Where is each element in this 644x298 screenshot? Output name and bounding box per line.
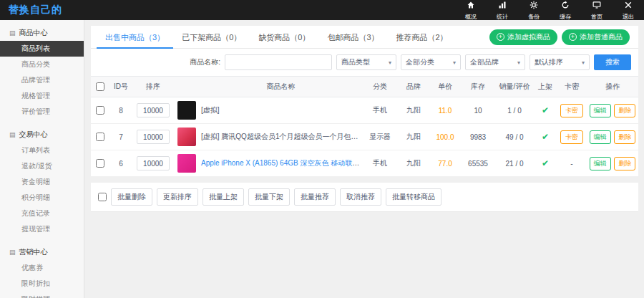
main-content: 出售中商品（3） 已下架商品（0） 缺货商品（0） 包邮商品（3） 推荐商品（2… <box>85 20 644 298</box>
goods-type-select[interactable]: 商品类型 ▾ <box>336 54 396 70</box>
sort-input[interactable] <box>137 130 170 144</box>
table-row: 8 [虚拟] 手机 九阳 11.0 10 1 / 0 ✔ 卡密 编辑 删除 <box>91 97 638 124</box>
tab-offshelf[interactable]: 已下架商品（0） <box>173 26 250 49</box>
tab-onsale[interactable]: 出售中商品（3） <box>97 26 173 49</box>
sidebar-item-review-manage[interactable]: 评价管理 <box>0 104 84 120</box>
sidebar-item-coupon[interactable]: 优惠券 <box>0 260 84 276</box>
edit-button[interactable]: 编辑 <box>590 130 611 144</box>
sidebar-item-group-buy[interactable]: 限时拼团 <box>0 292 84 298</box>
sidebar-item-funds-detail[interactable]: 资金明细 <box>0 174 84 190</box>
sidebar-item-refund[interactable]: 退款/退货 <box>0 158 84 174</box>
goods-name-link[interactable]: 腾讯QQ超级会员1个月超级会员一个月包月 QQSVIP1个月 自动充值 <box>220 133 362 140</box>
chevron-down-icon: ▾ <box>517 59 520 66</box>
brand-value: 全部品牌 <box>470 57 499 67</box>
brand-select[interactable]: 全部品牌 ▾ <box>465 54 525 70</box>
sort-input[interactable] <box>137 156 170 170</box>
goods-thumbnail <box>177 101 196 120</box>
cancel-recommend-button[interactable]: 取消推荐 <box>340 188 381 206</box>
monitor-icon <box>592 0 601 12</box>
delete-button[interactable]: 删除 <box>614 157 635 170</box>
row-checkbox[interactable] <box>96 106 104 115</box>
sort-input[interactable] <box>137 103 170 117</box>
goods-stock: 65535 <box>461 150 495 177</box>
batch-recommend-button[interactable]: 批量推荐 <box>294 188 336 206</box>
goods-price: 100.0 <box>429 124 461 150</box>
batch-select-all-checkbox[interactable] <box>98 193 107 201</box>
tab-outofstock[interactable]: 缺货商品（0） <box>250 26 318 49</box>
header-sort: 排序 <box>132 77 174 97</box>
goods-tabs: 出售中商品（3） 已下架商品（0） 缺货商品（0） 包邮商品（3） 推荐商品（2… <box>91 26 638 49</box>
sidebar-item-spec-manage[interactable]: 规格管理 <box>0 88 84 104</box>
goods-brand: 九阳 <box>398 124 429 150</box>
sidebar-item-goods-category[interactable]: 商品分类 <box>0 57 84 72</box>
grid-icon: ▤ <box>9 29 16 37</box>
add-virtual-goods-button[interactable]: + 添加虚拟商品 <box>489 29 557 45</box>
category-value: 全部分类 <box>406 57 434 67</box>
goods-name-link[interactable]: Apple iPhone X (A1865) 64GB 深空灰色 移动联通电信4… <box>201 159 362 167</box>
add-normal-goods-button[interactable]: + 添加普通商品 <box>562 29 630 45</box>
card-key-button[interactable]: 卡密 <box>560 104 583 117</box>
topbar-item-cache[interactable]: 缓存 <box>550 0 581 20</box>
header-thumb <box>174 77 200 97</box>
sort-select[interactable]: 默认排序 ▾ <box>530 54 590 70</box>
home-icon <box>467 0 475 12</box>
close-icon <box>624 0 633 12</box>
delete-button[interactable]: 删除 <box>614 130 635 144</box>
goods-sales: 21 / 0 <box>495 150 534 177</box>
batch-delete-button[interactable]: 批量删除 <box>111 188 152 206</box>
tab-recommended[interactable]: 推荐商品（2） <box>388 26 457 49</box>
sort-value: 默认排序 <box>535 57 563 67</box>
goods-thumbnail <box>177 154 196 173</box>
select-all-checkbox[interactable] <box>96 82 104 91</box>
add-buttons: + 添加虚拟商品 + 添加普通商品 <box>489 29 633 45</box>
grid-icon: ▤ <box>9 249 16 256</box>
section-title-label: 商品中心 <box>19 28 48 38</box>
delete-button[interactable]: 删除 <box>614 104 635 117</box>
table-header-row: ID号 排序 商品名称 分类 品牌 单价 库存 销量/评价 上架 卡密 操作 <box>91 77 638 97</box>
on-shelf-check-icon: ✔ <box>534 150 557 177</box>
sidebar-item-goods-list[interactable]: 商品列表 <box>0 41 84 57</box>
goods-name-input[interactable] <box>225 54 332 70</box>
edit-button[interactable]: 编辑 <box>590 104 611 117</box>
header-ops: 操作 <box>587 77 638 97</box>
topbar-item-logout[interactable]: 退出 <box>613 0 644 20</box>
table-row: 6 Apple iPhone X (A1865) 64GB 深空灰色 移动联通电… <box>91 150 638 177</box>
topbar: 替换自己的 概况 统计 备份 缓存 首页 退出 <box>0 0 644 20</box>
row-checkbox[interactable] <box>96 159 104 168</box>
topbar-item-stats[interactable]: 统计 <box>487 0 518 20</box>
sidebar-item-time-discount[interactable]: 限时折扣 <box>0 276 84 292</box>
update-sort-button[interactable]: 更新排序 <box>157 188 198 206</box>
chevron-down-icon: ▾ <box>453 59 456 66</box>
goods-id: 7 <box>109 124 132 150</box>
goods-sales: 49 / 0 <box>495 124 534 150</box>
edit-button[interactable]: 编辑 <box>590 157 611 170</box>
sidebar-item-brand-manage[interactable]: 品牌管理 <box>0 72 84 88</box>
search-button[interactable]: 搜索 <box>594 54 631 70</box>
sidebar-item-withdraw-manage[interactable]: 提现管理 <box>0 221 84 237</box>
sidebar: ▤ 商品中心 商品列表 商品分类 品牌管理 规格管理 评价管理 ▤ 交易中心 订… <box>0 20 84 298</box>
batch-transfer-button[interactable]: 批量转移商品 <box>386 188 441 206</box>
tab-freeshipping[interactable]: 包邮商品（3） <box>318 26 387 49</box>
topbar-item-overview[interactable]: 概况 <box>455 0 487 20</box>
sidebar-item-recharge-records[interactable]: 充值记录 <box>0 206 84 221</box>
topbar-item-homepage[interactable]: 首页 <box>581 0 613 20</box>
section-title-label: 营销中心 <box>19 247 48 257</box>
category-select[interactable]: 全部分类 ▾ <box>401 54 461 70</box>
goods-table: ID号 排序 商品名称 分类 品牌 单价 库存 销量/评价 上架 卡密 操作 <box>91 76 638 177</box>
sidebar-item-points-detail[interactable]: 积分明细 <box>0 190 84 206</box>
header-name: 商品名称 <box>200 77 362 97</box>
batch-offshelf-button[interactable]: 批量下架 <box>248 188 290 206</box>
header-stock: 库存 <box>461 77 495 97</box>
plus-icon: + <box>497 33 504 41</box>
gear-icon <box>530 0 538 12</box>
goods-category: 显示器 <box>362 124 398 150</box>
batch-onshelf-button[interactable]: 批量上架 <box>203 188 244 206</box>
refresh-icon <box>561 0 570 12</box>
card-key-button[interactable]: 卡密 <box>560 130 583 144</box>
row-checkbox[interactable] <box>96 133 104 141</box>
virtual-tag: [虚拟] <box>201 106 220 114</box>
sidebar-item-order-list[interactable]: 订单列表 <box>0 143 84 158</box>
goods-brand: 九阳 <box>398 150 429 177</box>
virtual-tag: [虚拟] <box>201 133 220 140</box>
topbar-item-backup[interactable]: 备份 <box>518 0 550 20</box>
